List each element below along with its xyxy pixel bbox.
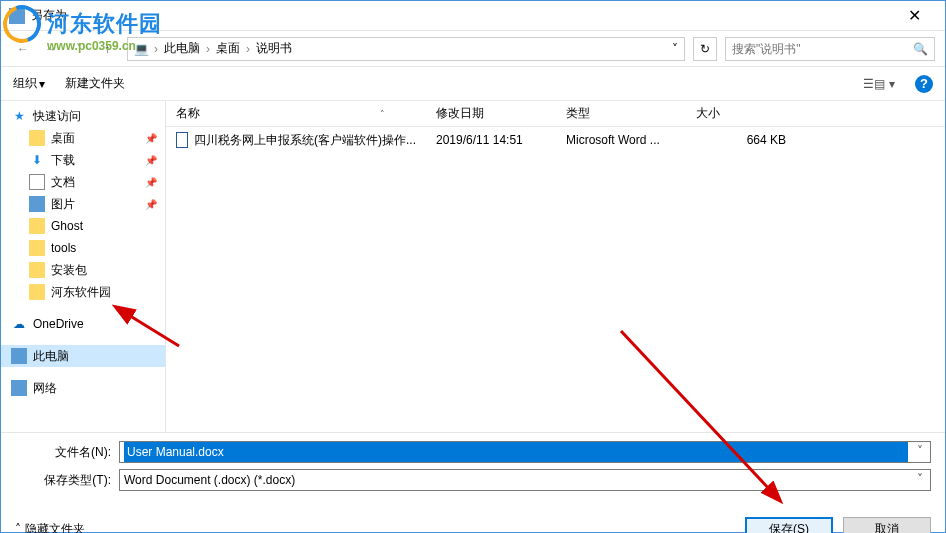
search-input[interactable] [732,42,913,56]
word-file-icon [176,132,188,148]
sidebar-item-label: 桌面 [51,130,75,147]
sidebar-item-label: Ghost [51,219,83,233]
help-button[interactable]: ? [915,75,933,93]
column-header-name[interactable]: 名称 ˄ [166,105,426,122]
filename-input-wrap[interactable]: ˅ [119,441,931,463]
pin-icon: 📌 [145,199,157,210]
sort-asc-icon: ˄ [380,109,385,119]
chevron-down-icon: ▾ [39,77,45,91]
sidebar-item-图片[interactable]: 图片📌 [1,193,165,215]
sidebar-item-label: tools [51,241,76,255]
sidebar-item-河东软件园[interactable]: 河东软件园 [1,281,165,303]
recent-button[interactable]: ˅ [67,37,91,61]
download-icon: ⬇ [29,152,45,168]
sidebar-item-label: 图片 [51,196,75,213]
save-as-dialog: 河东软件园 www.pc0359.cn 另存为 ✕ ← → ˅ ↑ 💻 › 此电… [0,0,946,533]
cancel-button[interactable]: 取消 [843,517,931,533]
save-button[interactable]: 保存(S) [745,517,833,533]
pc-icon: 💻 [134,42,148,56]
body-area: ★快速访问桌面📌⬇下载📌文档📌图片📌Ghosttools安装包河东软件园☁One… [1,101,945,432]
pc-icon [11,348,27,364]
sidebar[interactable]: ★快速访问桌面📌⬇下载📌文档📌图片📌Ghosttools安装包河东软件园☁One… [1,101,166,432]
column-header-date[interactable]: 修改日期 [426,105,556,122]
pin-icon: 📌 [145,155,157,166]
sidebar-item-下载[interactable]: ⬇下载📌 [1,149,165,171]
file-name-cell: 四川税务网上申报系统(客户端软件)操作... [166,132,426,149]
sidebar-item-快速访问[interactable]: ★快速访问 [1,105,165,127]
navigation-bar: ← → ˅ ↑ 💻 › 此电脑 › 桌面 › 说明书 ˅ ↻ 🔍 [1,31,945,67]
forward-button[interactable]: → [39,37,63,61]
search-box[interactable]: 🔍 [725,37,935,61]
close-button[interactable]: ✕ [891,1,937,31]
folder-icon [29,130,45,146]
sidebar-item-label: 网络 [33,380,57,397]
breadcrumb-item[interactable]: 说明书 [256,40,292,57]
file-date-cell: 2019/6/11 14:51 [426,133,556,147]
filetype-value [124,470,908,490]
hide-folders-button[interactable]: ˄ 隐藏文件夹 [15,521,85,534]
chevron-right-icon: › [246,42,250,56]
titlebar: 另存为 ✕ [1,1,945,31]
folder-icon [29,284,45,300]
up-button[interactable]: ↑ [95,37,119,61]
chevron-down-icon[interactable]: ˅ [672,42,678,56]
dialog-footer: ˄ 隐藏文件夹 保存(S) 取消 [1,505,945,533]
sidebar-item-桌面[interactable]: 桌面📌 [1,127,165,149]
sidebar-item-label: 文档 [51,174,75,191]
column-header-type[interactable]: 类型 [556,105,686,122]
sidebar-item-label: 河东软件园 [51,284,111,301]
breadcrumb[interactable]: 💻 › 此电脑 › 桌面 › 说明书 ˅ [127,37,685,61]
back-button[interactable]: ← [11,37,35,61]
sidebar-item-label: 此电脑 [33,348,69,365]
app-icon [9,8,25,24]
breadcrumb-item[interactable]: 桌面 [216,40,240,57]
doc-icon [29,174,45,190]
sidebar-item-label: 下载 [51,152,75,169]
sidebar-item-tools[interactable]: tools [1,237,165,259]
chevron-right-icon: › [154,42,158,56]
folder-icon [29,262,45,278]
file-row[interactable]: 四川税务网上申报系统(客户端软件)操作...2019/6/11 14:51Mic… [166,127,945,153]
sidebar-item-文档[interactable]: 文档📌 [1,171,165,193]
breadcrumb-item[interactable]: 此电脑 [164,40,200,57]
search-icon[interactable]: 🔍 [913,42,928,56]
chevron-right-icon: › [206,42,210,56]
sidebar-item-网络[interactable]: 网络 [1,377,165,399]
save-fields: 文件名(N): ˅ 保存类型(T): ˅ [1,432,945,505]
filetype-label: 保存类型(T): [15,472,119,489]
view-options-button[interactable]: ☰▤ ▾ [863,77,895,91]
new-folder-button[interactable]: 新建文件夹 [65,75,125,92]
filename-input[interactable] [124,442,908,462]
column-headers: 名称 ˄ 修改日期 类型 大小 [166,101,945,127]
sidebar-item-label: OneDrive [33,317,84,331]
file-size-cell: 664 KB [686,133,796,147]
window-title: 另存为 [31,7,891,24]
file-list[interactable]: 名称 ˄ 修改日期 类型 大小 四川税务网上申报系统(客户端软件)操作...20… [166,101,945,432]
chevron-down-icon: ▾ [889,77,895,91]
sidebar-item-安装包[interactable]: 安装包 [1,259,165,281]
pin-icon: 📌 [145,133,157,144]
filename-label: 文件名(N): [15,444,119,461]
cloud-icon: ☁ [11,316,27,332]
sidebar-item-OneDrive[interactable]: ☁OneDrive [1,313,165,335]
file-type-cell: Microsoft Word ... [556,133,686,147]
net-icon [11,380,27,396]
chevron-down-icon[interactable]: ˅ [912,472,928,488]
folder-icon [29,240,45,256]
column-header-size[interactable]: 大小 [686,105,796,122]
filetype-select[interactable]: ˅ [119,469,931,491]
refresh-button[interactable]: ↻ [693,37,717,61]
organize-button[interactable]: 组织 ▾ [13,75,45,92]
pin-icon: 📌 [145,177,157,188]
pic-icon [29,196,45,212]
chevron-up-icon: ˄ [15,522,21,533]
sidebar-item-label: 快速访问 [33,108,81,125]
toolbar: 组织 ▾ 新建文件夹 ☰▤ ▾ ? [1,67,945,101]
sidebar-item-Ghost[interactable]: Ghost [1,215,165,237]
sidebar-item-label: 安装包 [51,262,87,279]
view-icon: ☰▤ [863,77,885,91]
sidebar-item-此电脑[interactable]: 此电脑 [1,345,165,367]
chevron-down-icon[interactable]: ˅ [912,444,928,460]
folder-icon [29,218,45,234]
star-icon: ★ [11,108,27,124]
